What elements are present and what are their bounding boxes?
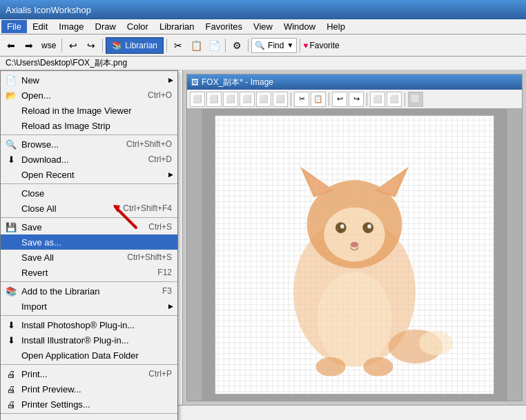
menu-view[interactable]: View — [248, 20, 278, 33]
menu-item-close-all[interactable]: Close All Ctrl+Shift+F4 — [1, 201, 177, 216]
save-all-shortcut: Ctrl+Shift+S — [113, 252, 172, 262]
inner-btn-11[interactable]: ⬜ — [370, 92, 385, 107]
svg-rect-20 — [215, 116, 494, 394]
toolbar-paste-btn[interactable]: 📄 — [206, 37, 222, 54]
menu-favorites[interactable]: Favorites — [200, 20, 248, 33]
photoshop-icon: ⬇ — [5, 319, 17, 331]
browse-icon: 🔍 — [5, 138, 17, 150]
toolbar-forward-btn[interactable]: ➡ — [21, 37, 37, 54]
inner-btn-4[interactable]: ⬜ — [240, 92, 255, 107]
print-icon: 🖨 — [5, 368, 17, 380]
inner-sep4 — [405, 92, 405, 106]
menu-item-print[interactable]: 🖨 Print... Ctrl+P — [1, 366, 177, 381]
menu-item-download[interactable]: ⬇ Download... Ctrl+D — [1, 152, 177, 167]
inner-btn-3[interactable]: ⬜ — [223, 92, 238, 107]
inner-btn-6[interactable]: ⬜ — [273, 92, 288, 107]
main-area: 📄 New 📂 Open... Ctrl+O Reload in the Ima… — [0, 70, 526, 405]
sep4 — [225, 39, 226, 52]
save-shortcut: Ctrl+S — [135, 222, 172, 232]
toolbar-cut-btn[interactable]: ✂ — [170, 37, 186, 54]
toolbar-settings-btn[interactable]: ⚙ — [228, 37, 245, 54]
menu-item-open-data-folder[interactable]: Open Application Data Folder — [1, 348, 177, 363]
menu-item-reload-strip[interactable]: Reload as Image Strip — [1, 118, 177, 133]
menu-item-exit[interactable]: Exit — [1, 415, 177, 420]
menu-item-save-all[interactable]: Save All Ctrl+Shift+S — [1, 250, 177, 265]
inner-btn-12[interactable]: ⬜ — [387, 92, 402, 107]
sep3 — [1, 217, 177, 218]
title-bar-text: Axialis IconWorkshop — [6, 5, 91, 15]
sep5 — [248, 39, 249, 52]
inner-window: 🖼 FOX_副本* - Image ⬜ ⬜ ⬜ ⬜ ⬜ ⬜ ✂ 📋 ↩ ↪ ⬜ … — [186, 74, 523, 401]
sep5 — [1, 315, 177, 316]
menu-item-new[interactable]: 📄 New — [1, 72, 177, 88]
main-toolbar: ⬅ ➡ wse ↩ ↪ 📚 Librarian ✂ 📋 📄 ⚙ 🔍 Find ▼… — [0, 34, 526, 57]
menu-item-print-preview[interactable]: 🖨 Print Preview... — [1, 381, 177, 397]
illustrator-icon: ⬇ — [5, 334, 17, 346]
printer-settings-icon: 🖨 — [5, 398, 17, 410]
sep7 — [1, 413, 177, 414]
menu-item-save[interactable]: 💾 Save Ctrl+S — [1, 219, 177, 234]
menu-edit[interactable]: Edit — [27, 20, 53, 33]
sep2 — [102, 39, 103, 52]
menu-window[interactable]: Window — [278, 20, 321, 33]
menu-item-revert[interactable]: Revert F12 — [1, 265, 177, 280]
sep3 — [166, 39, 167, 52]
canvas-container — [187, 109, 522, 401]
menu-item-install-photoshop[interactable]: ⬇ Install Photoshop® Plug-in... — [1, 317, 177, 332]
save-icon: 💾 — [5, 221, 17, 233]
inner-btn-2[interactable]: ⬜ — [206, 92, 222, 107]
revert-shortcut: F12 — [144, 268, 172, 277]
menu-file[interactable]: File — [1, 20, 27, 33]
inner-window-title: FOX_副本* - Image — [202, 77, 273, 88]
path-text: C:\Users\Desktop\FOX_副本.png — [6, 57, 127, 69]
open-shortcut: Ctrl+O — [134, 90, 172, 100]
menu-color[interactable]: Color — [121, 20, 154, 33]
menu-item-save-as[interactable]: Save as... — [1, 234, 177, 250]
menu-item-install-illustrator[interactable]: ⬇ Install Illustrator® Plug-in... — [1, 332, 177, 348]
inner-btn-7[interactable]: ✂ — [294, 92, 309, 107]
inner-sep2 — [329, 92, 329, 106]
toolbar-browse-btn[interactable]: wse — [39, 41, 59, 50]
sep1 — [61, 39, 62, 52]
inner-btn-5[interactable]: ⬜ — [256, 92, 271, 107]
sep6 — [300, 39, 300, 52]
inner-btn-13[interactable]: ⬜ — [408, 92, 423, 107]
toolbar-favorites-label: Favorite — [309, 41, 339, 50]
close-all-shortcut: Ctrl+Shift+F4 — [109, 203, 172, 213]
left-panel: 📄 New 📂 Open... Ctrl+O Reload in the Ima… — [0, 70, 183, 405]
add-librarian-icon: 📚 — [5, 285, 17, 297]
toolbar-copy-btn[interactable]: 📋 — [188, 37, 204, 54]
sep2 — [1, 183, 177, 184]
menu-item-close[interactable]: Close — [1, 186, 177, 201]
inner-btn-10[interactable]: ↪ — [349, 92, 364, 107]
browse-shortcut: Ctrl+Shift+O — [113, 139, 172, 149]
menu-help[interactable]: Help — [321, 20, 351, 33]
toolbar-favorites-btn[interactable]: ♥ Favorite — [303, 41, 339, 50]
canvas-svg — [187, 109, 522, 401]
menu-item-open[interactable]: 📂 Open... Ctrl+O — [1, 88, 177, 103]
menu-item-printer-settings[interactable]: 🖨 Printer Settings... — [1, 397, 177, 412]
toolbar-librarian-btn[interactable]: 📚 Librarian — [106, 37, 164, 54]
menu-draw[interactable]: Draw — [90, 20, 121, 33]
menu-bar: File Edit Image Draw Color Librarian Fav… — [0, 19, 526, 34]
menu-item-import[interactable]: Import — [1, 299, 177, 314]
inner-btn-9[interactable]: ↩ — [332, 92, 347, 107]
inner-btn-1[interactable]: ⬜ — [190, 92, 205, 107]
sep4 — [1, 281, 177, 282]
inner-btn-8[interactable]: 📋 — [311, 92, 326, 107]
menu-item-reload-viewer[interactable]: Reload in the Image Viewer — [1, 103, 177, 118]
toolbar-redo-btn[interactable]: ↪ — [83, 37, 99, 54]
menu-item-browse[interactable]: 🔍 Browse... Ctrl+Shift+O — [1, 137, 177, 152]
open-icon: 📂 — [5, 89, 17, 101]
add-librarian-shortcut: F3 — [148, 286, 172, 296]
menu-image[interactable]: Image — [53, 20, 89, 33]
download-icon: ⬇ — [5, 153, 17, 166]
toolbar-back-btn[interactable]: ⬅ — [3, 37, 19, 54]
toolbar-librarian-label: Librarian — [125, 41, 157, 50]
inner-toolbar: ⬜ ⬜ ⬜ ⬜ ⬜ ⬜ ✂ 📋 ↩ ↪ ⬜ ⬜ ⬜ — [187, 90, 522, 109]
menu-librarian[interactable]: Librarian — [154, 20, 200, 33]
toolbar-undo-btn[interactable]: ↩ — [65, 37, 81, 54]
menu-item-open-recent[interactable]: Open Recent — [1, 167, 177, 182]
menu-item-add-librarian[interactable]: 📚 Add to the Librarian F3 — [1, 283, 177, 299]
inner-sep1 — [291, 92, 291, 106]
